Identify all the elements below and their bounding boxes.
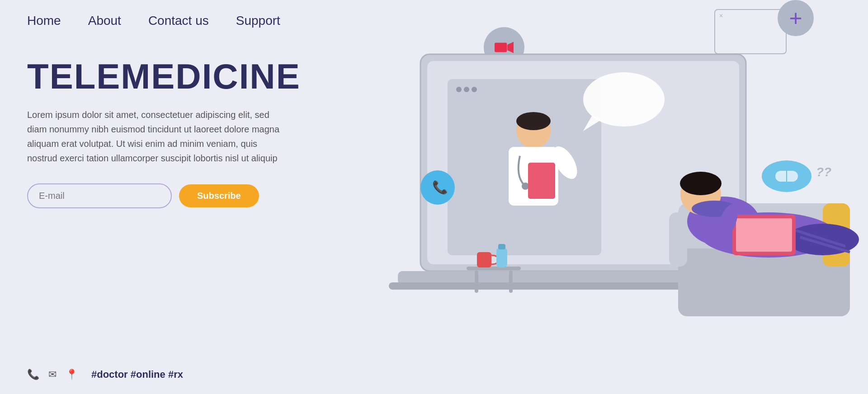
email-icon: ✉ [48,369,57,380]
email-input[interactable] [27,183,172,208]
svg-rect-23 [477,252,491,267]
svg-text:??: ?? [816,165,831,179]
hero-title: TELEMEDICINE [27,59,289,94]
svg-rect-14 [528,163,555,199]
footer-bar: 📞 ✉ 📍 #doctor #online #rx [27,369,183,380]
location-icon: 📍 [66,369,78,380]
svg-rect-21 [475,270,478,293]
svg-point-9 [472,87,477,92]
main-illustration-svg: 📞 [371,0,868,394]
svg-point-7 [456,87,462,92]
svg-point-11 [516,112,551,130]
svg-rect-39 [736,218,792,252]
phone-icon: 📞 [27,369,39,380]
svg-point-36 [680,172,722,195]
svg-rect-28 [669,212,687,267]
svg-text:📞: 📞 [432,180,448,195]
svg-rect-24 [496,248,507,267]
nav-about[interactable]: About [88,14,121,28]
email-row: Subscribe [27,183,289,208]
svg-rect-25 [498,244,505,249]
subscribe-button[interactable]: Subscribe [179,184,259,207]
footer-tags: #doctor #online #rx [91,369,183,380]
nav-home[interactable]: Home [27,14,61,28]
hero-description: Lorem ipsum dolor sit amet, consectetuer… [27,108,289,165]
nav-contact[interactable]: Contact us [148,14,209,28]
svg-point-13 [522,183,529,190]
nav-support[interactable]: Support [236,14,280,28]
hero-section: TELEMEDICINE Lorem ipsum dolor sit amet,… [27,59,289,208]
svg-rect-22 [509,270,513,293]
illustration-area: + 📞 [371,0,868,394]
svg-rect-20 [467,267,521,270]
svg-point-8 [464,87,469,92]
